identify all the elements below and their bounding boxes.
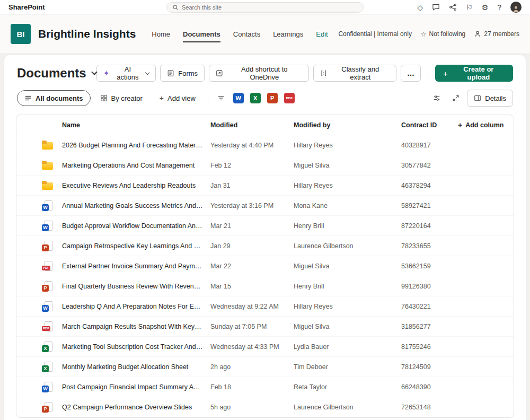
ai-actions-button[interactable]: ✦ AI actions	[96, 65, 156, 82]
column-header-modified[interactable]: Modified	[210, 121, 294, 129]
file-icon-cell	[16, 362, 62, 372]
page-title[interactable]: Documents	[17, 66, 96, 81]
view-by-creator[interactable]: By creator	[93, 90, 150, 106]
view-all-documents[interactable]: All documents	[17, 90, 91, 106]
details-panel-icon	[474, 94, 481, 102]
modified-by-value[interactable]: Laurence Gilbertson	[294, 242, 401, 250]
expand-button[interactable]	[448, 90, 464, 106]
search-box[interactable]	[166, 2, 364, 13]
document-name[interactable]: External Partner Invoice Summary And Pay…	[62, 262, 210, 270]
table-row[interactable]: Annual Marketing Goals Success Metrics A…	[16, 196, 514, 216]
table-row[interactable]: Campaign Retrospective Key Learnings And…	[16, 236, 514, 256]
table-row[interactable]: March Campaign Results Snapshot With Key…	[16, 317, 514, 337]
modified-by-value[interactable]: Reta Taylor	[294, 383, 401, 391]
add-shortcut-onedrive-button[interactable]: Add shortcut to OneDrive	[209, 65, 309, 82]
nav-documents[interactable]: Documents	[183, 26, 220, 42]
diamond-icon[interactable]: ◇	[417, 4, 423, 11]
contract-id-value: 78124509	[401, 363, 458, 371]
table-row[interactable]: Marketing Tool Subscription Cost Tracker…	[16, 337, 514, 357]
modified-value: Sunday at 7:05 PM	[210, 323, 294, 330]
sparkle-icon: ✦	[103, 69, 110, 77]
more-actions-button[interactable]: …	[401, 65, 421, 82]
document-name[interactable]: Q2 Campaign Performance Overview Slides	[62, 404, 210, 411]
details-button[interactable]: Details	[467, 90, 513, 107]
word-app-icon[interactable]	[233, 93, 244, 103]
table-row[interactable]: 2026 Budget Planning And Forecasting Mat…	[16, 135, 514, 155]
nav-edit[interactable]: Edit	[316, 26, 328, 42]
classify-extract-button[interactable]: Classify and extract	[313, 65, 396, 82]
modified-by-value[interactable]: Henry Brill	[294, 283, 401, 290]
search-input[interactable]	[182, 4, 358, 11]
document-name[interactable]: Executive Reviews And Leadership Readout…	[62, 182, 210, 189]
document-name[interactable]: Marketing Tool Subscription Cost Tracker…	[62, 343, 210, 351]
add-view-button[interactable]: + Add view	[152, 90, 203, 106]
powerpoint-app-icon[interactable]	[267, 93, 278, 103]
filter-sort-button[interactable]	[213, 90, 229, 106]
column-header-name[interactable]: Name	[62, 121, 210, 129]
help-icon[interactable]: ?	[497, 4, 501, 11]
follow-button[interactable]: ☆ Not following	[420, 30, 465, 38]
members-count[interactable]: 27 members	[474, 30, 519, 38]
modified-by-value[interactable]: Lydia Bauer	[294, 343, 401, 351]
excel-app-icon[interactable]	[250, 93, 261, 103]
modified-by-value[interactable]: Mona Kane	[294, 202, 401, 209]
document-name[interactable]: Annual Marketing Goals Success Metrics A…	[62, 202, 210, 209]
avatar[interactable]	[510, 2, 522, 13]
file-icon-cell	[16, 281, 62, 292]
plus-icon: +	[160, 94, 164, 102]
modified-by-value[interactable]: Laurence Gilbertson	[294, 404, 401, 411]
filters-panel-button[interactable]	[429, 90, 445, 106]
document-name[interactable]: Marketing Operations And Cost Management	[62, 162, 210, 169]
table-row[interactable]: Marketing Operations And Cost Management…	[16, 155, 514, 176]
document-name[interactable]: Campaign Retrospective Key Learnings And…	[62, 242, 210, 250]
table-row[interactable]: Post Campaign Financial Impact Summary A…	[16, 377, 514, 397]
document-name[interactable]: Leadership Q And A Preparation Notes For…	[62, 303, 210, 310]
table-row[interactable]: Executive Reviews And Leadership Readout…	[16, 176, 514, 196]
table-body: 2026 Budget Planning And Forecasting Mat…	[16, 135, 514, 417]
sliders-icon	[433, 94, 440, 102]
sharepoint-logo[interactable]: SharePoint	[8, 3, 45, 11]
chat-icon[interactable]	[432, 3, 440, 11]
document-name[interactable]: Monthly Marketing Budget Allocation Shee…	[62, 363, 210, 371]
ai-actions-label: AI actions	[113, 65, 142, 81]
document-name[interactable]: Final Quarterly Business Review With Rev…	[62, 283, 210, 290]
forms-button[interactable]: Forms	[160, 65, 205, 82]
nav-contacts[interactable]: Contacts	[233, 26, 260, 42]
create-or-upload-button[interactable]: + Create or upload	[435, 65, 513, 82]
nav-learnings[interactable]: Learnings	[273, 26, 303, 42]
column-header-modified-by[interactable]: Modified by	[294, 121, 401, 129]
flag-icon[interactable]: ⚐	[466, 4, 473, 11]
file-icon-cell	[16, 342, 62, 352]
document-name[interactable]: Post Campaign Financial Impact Summary A…	[62, 383, 210, 391]
view-bar: All documents By creator + Add view	[4, 82, 526, 113]
table-row[interactable]: Monthly Marketing Budget Allocation Shee…	[16, 357, 514, 377]
table-row[interactable]: Leadership Q And A Preparation Notes For…	[16, 296, 514, 317]
table-row[interactable]: Q2 Campaign Performance Overview Slides …	[16, 397, 514, 417]
modified-by-value[interactable]: Hillary Reyes	[294, 142, 401, 149]
column-header-contract-id[interactable]: Contract ID	[401, 121, 458, 129]
modified-by-value[interactable]: Tim Deboer	[294, 363, 401, 371]
modified-by-value[interactable]: Miguel Silva	[294, 323, 401, 330]
folder-icon	[42, 160, 54, 171]
pdf-app-icon[interactable]	[284, 93, 295, 103]
follow-label: Not following	[429, 30, 466, 38]
table-row[interactable]: External Partner Invoice Summary And Pay…	[16, 256, 514, 276]
table-header-row: Name Modified Modified by Contract ID + …	[16, 115, 514, 135]
modified-by-value[interactable]: Miguel Silva	[294, 262, 401, 270]
command-actions: ✦ AI actions Forms Add shortcut to OneDr…	[96, 65, 513, 82]
modified-by-value[interactable]: Miguel Silva	[294, 162, 401, 169]
modified-by-value[interactable]: Henry Brill	[294, 222, 401, 230]
modified-by-value[interactable]: Hillary Reyes	[294, 303, 401, 310]
table-row[interactable]: Final Quarterly Business Review With Rev…	[16, 276, 514, 296]
settings-gear-icon[interactable]: ⚙	[482, 4, 489, 11]
document-name[interactable]: Budget Approval Workflow Documentation A…	[62, 222, 210, 230]
document-name[interactable]: March Campaign Results Snapshot With Key…	[62, 323, 210, 330]
share-icon[interactable]	[449, 3, 457, 11]
contract-id-value: 40328917	[401, 142, 458, 149]
modified-by-value[interactable]: Hillary Reyes	[294, 182, 401, 189]
table-row[interactable]: Budget Approval Workflow Documentation A…	[16, 216, 514, 236]
add-column-button[interactable]: + Add column	[458, 121, 514, 129]
document-name[interactable]: 2026 Budget Planning And Forecasting Mat…	[62, 142, 210, 149]
nav-home[interactable]: Home	[152, 26, 170, 42]
site-logo[interactable]: BI	[11, 24, 31, 44]
